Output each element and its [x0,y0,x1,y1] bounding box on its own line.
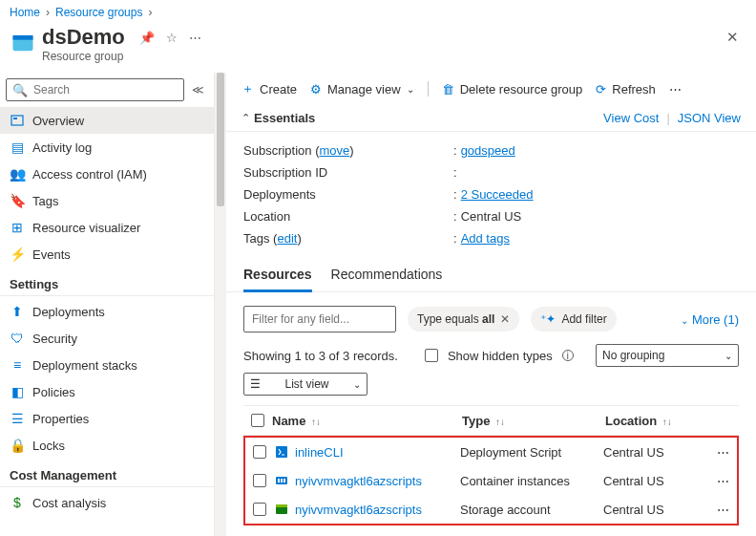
resource-type: Storage account [460,503,603,517]
add-tags-link[interactable]: Add tags [461,231,510,246]
sidebar-item-deployments[interactable]: ⬆ Deployments [0,298,214,325]
refresh-label: Refresh [612,82,656,96]
column-header-location[interactable]: Location ↑↓ [605,414,710,428]
meta-row: Showing 1 to 3 of 3 records. Show hidden… [226,338,756,373]
sidebar-item-activity-log[interactable]: ▤ Activity log [0,134,214,161]
location-value: Central US [461,209,522,224]
record-count: Showing 1 to 3 of 3 records. [243,349,398,363]
scrollbar-thumb[interactable] [217,73,224,206]
sidebar-scrollbar[interactable] [215,73,226,536]
sidebar-item-label: Security [32,332,77,346]
sidebar-item-cost-analysis[interactable]: $ Cost analysis [0,489,214,516]
pin-icon[interactable]: 📌 [139,31,155,45]
sidebar-item-iam[interactable]: 👥 Access control (IAM) [0,161,214,187]
tag-icon: 🔖 [10,193,25,208]
resource-link[interactable]: inlineCLI [295,445,344,460]
sidebar-item-label: Tags [32,194,58,208]
activity-log-icon: ▤ [10,139,25,155]
sidebar-item-events[interactable]: ⚡ Events [0,241,214,268]
tab-recommendations[interactable]: Recommendations [331,267,443,291]
resource-link[interactable]: nyivvmvagktl6azscripts [295,474,422,488]
chevron-down-icon: ⌄ [407,84,414,95]
collapse-sidebar-icon[interactable]: ≪ [188,81,208,98]
view-select[interactable]: ☰ List view⌄ [243,373,368,396]
row-checkbox[interactable] [253,474,266,487]
people-icon: 👥 [10,166,25,182]
type-filter-pill[interactable]: Type equals all ✕ [408,307,519,332]
table-row[interactable]: nyivvmvagktl6azscriptsContainer instance… [245,466,737,495]
row-more-button[interactable]: ⋯ [708,503,737,517]
chevron-down-icon: ⌄ [353,379,361,390]
chevron-down-icon: ⌄ [681,315,688,326]
search-input[interactable] [33,83,178,96]
separator: | [666,111,669,125]
refresh-button[interactable]: ⟳Refresh [596,82,656,96]
sort-icon: ↑↓ [495,417,505,427]
prop-label-subscription-id: Subscription ID [243,165,453,180]
row-more-button[interactable]: ⋯ [708,474,737,488]
row-more-button[interactable]: ⋯ [708,445,737,460]
more-icon[interactable]: ⋯ [189,31,201,45]
row-checkbox[interactable] [253,445,266,459]
sidebar-item-overview[interactable]: Overview [0,107,214,134]
view-cost-link[interactable]: View Cost [603,111,659,125]
star-icon[interactable]: ☆ [166,31,178,45]
select-all-checkbox[interactable] [251,414,264,427]
svg-rect-3 [13,118,17,119]
move-link[interactable]: move [320,143,350,158]
row-checkbox[interactable] [253,503,266,516]
grouping-select[interactable]: No grouping⌄ [596,344,739,367]
pill-label: Type equals all [417,312,494,326]
edit-tags-link[interactable]: edit [277,231,297,246]
resource-link[interactable]: nyivvmvagktl6azscripts [295,503,422,517]
separator [428,81,429,96]
more-commands-button[interactable]: ⋯ [669,82,682,96]
search-icon: 🔍 [12,83,28,97]
table-row[interactable]: inlineCLIDeployment ScriptCentral US⋯ [245,438,737,466]
svg-rect-2 [11,116,23,125]
delete-label: Delete resource group [460,82,583,96]
info-icon[interactable]: i [562,350,574,361]
sidebar-item-locks[interactable]: 🔒 Locks [0,432,214,459]
plus-icon: ＋ [242,80,254,97]
sidebar-item-resource-visualizer[interactable]: ⊞ Resource visualizer [0,214,214,241]
table-row[interactable]: nyivvmvagktl6azscriptsStorage accountCen… [245,495,737,524]
breadcrumb-resource-groups[interactable]: Resource groups [55,6,142,19]
more-filters-button[interactable]: ⌄ More (1) [681,312,739,327]
column-header-type[interactable]: Type ↑↓ [462,414,605,428]
cost-icon: $ [10,495,25,510]
close-icon[interactable]: ✕ [719,25,746,50]
page-title: dsDemo [42,25,125,50]
filter-input[interactable] [243,306,396,332]
filter-bar: Type equals all ✕ ⁺✦ Add filter ⌄ More (… [226,292,756,338]
sidebar-item-properties[interactable]: ☰ Properties [0,405,214,432]
search-input-wrap[interactable]: 🔍 [6,78,184,101]
svg-rect-4 [276,446,287,458]
sidebar-item-policies[interactable]: ◧ Policies [0,378,214,405]
close-icon[interactable]: ✕ [500,312,510,326]
overview-icon [10,113,25,128]
deployments-link[interactable]: 2 Succeeded [461,187,534,202]
lock-icon: 🔒 [10,438,25,453]
subscription-link[interactable]: godspeed [461,143,515,158]
svg-rect-8 [284,479,285,482]
show-hidden-checkbox[interactable] [425,349,438,362]
json-view-link[interactable]: JSON View [678,111,741,125]
manage-view-button[interactable]: ⚙Manage view⌄ [310,82,414,96]
sidebar-group-cost: Cost Management [0,459,214,487]
sidebar-item-tags[interactable]: 🔖 Tags [0,187,214,214]
chevron-up-icon: ⌃ [242,112,250,124]
page-subtitle: Resource group [42,50,201,63]
sidebar-item-deployment-stacks[interactable]: ≡ Deployment stacks [0,352,214,378]
resource-location: Central US [603,474,708,488]
tab-resources[interactable]: Resources [243,267,312,292]
delete-button[interactable]: 🗑Delete resource group [442,82,583,96]
breadcrumb-home[interactable]: Home [10,6,40,19]
add-filter-button[interactable]: ⁺✦ Add filter [531,307,616,332]
sidebar-item-security[interactable]: 🛡 Security [0,325,214,352]
column-header-name[interactable]: Name ↑↓ [272,414,462,428]
essentials-header[interactable]: ⌃ Essentials View Cost | JSON View [226,105,756,132]
trash-icon: 🗑 [442,82,454,96]
create-button[interactable]: ＋Create [242,80,297,97]
resource-type-icon [274,444,289,460]
